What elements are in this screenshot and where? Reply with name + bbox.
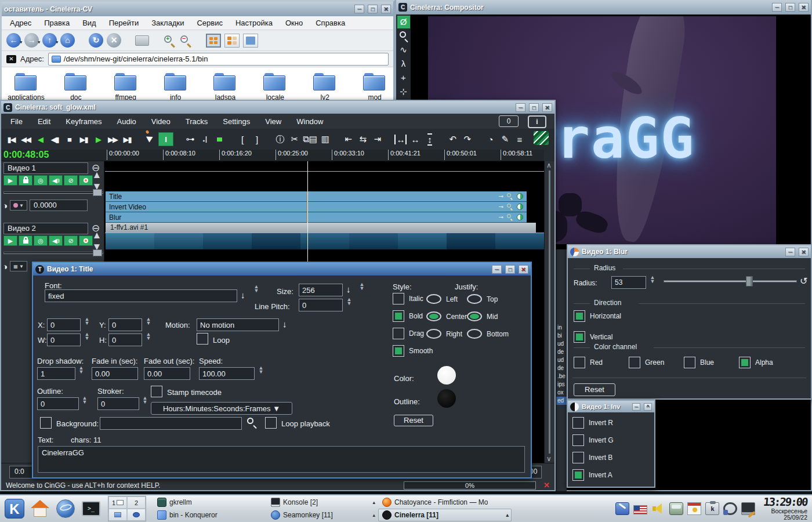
arm-toggle[interactable]: [19, 235, 32, 246]
w-spinner[interactable]: [83, 332, 91, 340]
speed-spinner[interactable]: [257, 366, 265, 374]
mixer-icon[interactable]: [513, 133, 526, 146]
play-button[interactable]: [92, 133, 104, 146]
resource-label-fragment[interactable]: ud: [556, 356, 567, 364]
gang-toggle[interactable]: [64, 175, 78, 186]
modem-icon[interactable]: [723, 502, 737, 515]
checkbox[interactable]: [393, 345, 404, 357]
fade-out-input[interactable]: 0.00: [144, 367, 190, 380]
redo-button[interactable]: [461, 133, 474, 146]
track2-slider[interactable]: [3, 249, 102, 256]
desktop-2[interactable]: 2: [127, 496, 146, 509]
title-dialog-titlebar[interactable]: T Видео 1: Title ─ □ ✕: [33, 263, 531, 276]
resource-label-fragment[interactable]: de: [556, 364, 567, 372]
frame-reverse-button[interactable]: [48, 133, 61, 146]
lock-icon[interactable]: [213, 133, 226, 146]
background-checkbox[interactable]: [40, 417, 52, 429]
copy-button[interactable]: ▤: [303, 133, 317, 146]
desktop-share-icon[interactable]: [741, 502, 755, 515]
menu-item[interactable]: Keyframes: [66, 117, 102, 126]
drop-shadow-input[interactable]: 1: [37, 367, 75, 380]
checkbox[interactable]: [393, 328, 404, 339]
proxy-icon[interactable]: [534, 131, 549, 145]
clip-info-button[interactable]: [274, 133, 287, 146]
address-input[interactable]: /dev/shm/new-git/cinelerra/cinelerra-5.1…: [48, 53, 389, 66]
size-input[interactable]: 256: [299, 284, 343, 296]
icon-view-button[interactable]: [206, 34, 221, 48]
effect-bar[interactable]: Title: [106, 191, 527, 202]
checkbox[interactable]: [393, 293, 404, 304]
clip-thumbnails[interactable]: [106, 233, 544, 249]
x-input[interactable]: 0: [47, 318, 81, 331]
desktop-3[interactable]: [108, 509, 127, 521]
zoom-out-icon[interactable]: −: [179, 34, 192, 47]
checkbox[interactable]: [393, 310, 404, 322]
organizer-alarm-icon[interactable]: [687, 502, 701, 515]
loop-playback-checkbox[interactable]: [265, 417, 277, 429]
frame-forward-button[interactable]: [77, 133, 90, 146]
track2-title[interactable]: Видео 2: [3, 223, 88, 234]
menu-item[interactable]: Tracks: [186, 117, 208, 126]
resource-label-fragment[interactable]: in: [556, 324, 567, 332]
checkbox[interactable]: [684, 357, 695, 368]
klipper-icon[interactable]: k: [705, 502, 719, 515]
task-button[interactable]: bin - Konqueror: [153, 509, 267, 521]
k-menu-button[interactable]: K: [3, 498, 26, 520]
cut-button[interactable]: [288, 133, 301, 146]
up-button[interactable]: ↑▾: [42, 33, 57, 48]
menu-item[interactable]: Video: [151, 117, 171, 126]
resource-label-fragment[interactable]: bi: [556, 332, 567, 340]
resource-label-fragment[interactable]: ed: [556, 397, 567, 405]
reload-button[interactable]: ↻: [89, 33, 103, 48]
zoom-in-icon[interactable]: +: [163, 34, 176, 47]
menu-item[interactable]: Перейти: [109, 19, 139, 27]
konsole-launcher[interactable]: >_: [80, 498, 102, 520]
drop-shadow-spinner[interactable]: [77, 366, 85, 374]
checkbox[interactable]: [574, 357, 585, 368]
stop-button[interactable]: ✕: [107, 33, 121, 48]
reset-button[interactable]: Reset: [394, 415, 433, 426]
x-spinner[interactable]: [83, 317, 91, 325]
font-spinner[interactable]: [252, 285, 260, 293]
pen-icon[interactable]: [499, 133, 512, 146]
motion-dropdown-icon[interactable]: ↓: [282, 320, 287, 329]
close-button[interactable]: ✕: [799, 248, 809, 256]
scroll-down-icon[interactable]: ∨: [546, 455, 552, 463]
checkbox[interactable]: [574, 310, 585, 322]
revert-icon[interactable]: [800, 276, 807, 287]
compositor-titlebar[interactable]: C Cinelerra: Compositor ─ □ ✕: [396, 0, 811, 14]
size-spinner[interactable]: [358, 282, 366, 291]
radius-spinner[interactable]: [648, 276, 657, 284]
home-button[interactable]: ⌂: [60, 33, 75, 48]
back-button[interactable]: ←▾: [6, 33, 21, 48]
drag-and-drop-mode-button[interactable]: ▶: [144, 133, 157, 146]
effect-preset-icon[interactable]: [507, 204, 513, 210]
keyframe-icon[interactable]: [184, 133, 197, 146]
protect-icon[interactable]: [397, 16, 410, 28]
radio[interactable]: [426, 329, 441, 339]
menu-item[interactable]: Окно: [285, 19, 303, 27]
overwrite-icon[interactable]: [342, 133, 355, 146]
timecode-format-select[interactable]: Hours:Minutes:Seconds:Frames ▼: [151, 402, 292, 415]
fade-in-input[interactable]: 0.00: [92, 367, 138, 380]
close-button[interactable]: ✕: [799, 3, 809, 12]
minimize-button[interactable]: ─: [632, 403, 640, 411]
task-button[interactable]: Konsole [2]: [267, 496, 378, 509]
image-view-button[interactable]: [243, 34, 258, 48]
mask-icon[interactable]: [397, 44, 410, 56]
desktop-1[interactable]: 1: [108, 496, 127, 509]
projector-icon[interactable]: [397, 85, 410, 98]
volume-icon[interactable]: [651, 502, 665, 515]
outline-spinner[interactable]: [81, 396, 89, 404]
effect-bar[interactable]: Blur: [106, 212, 527, 223]
resource-label-fragment[interactable]: .be: [556, 372, 567, 380]
maximize-button[interactable]: □: [785, 3, 795, 12]
track1-size-spinner[interactable]: [90, 175, 103, 187]
tree-view-button[interactable]: [224, 34, 240, 48]
in-point-button[interactable]: [: [236, 133, 249, 146]
clip-title-bar[interactable]: 1-ffv1.avi #1: [106, 223, 536, 233]
invert-dialog-titlebar[interactable]: Видео 1: Inv ─ ^: [568, 401, 654, 412]
effect-expand-icon[interactable]: [499, 214, 503, 220]
close-button[interactable]: ✕: [381, 5, 391, 13]
minimize-button[interactable]: ─: [492, 265, 502, 274]
